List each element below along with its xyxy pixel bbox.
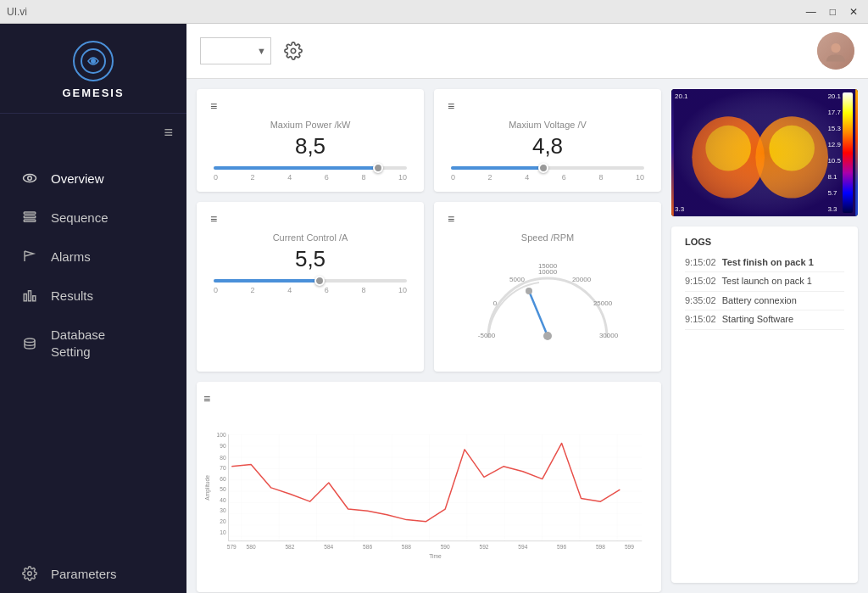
- log-time-3: 9:35:02: [685, 295, 716, 305]
- titlebar: UI.vi — □ ✕: [0, 0, 868, 24]
- max-voltage-slider[interactable]: 0246810: [448, 166, 648, 182]
- sidebar-item-parameters[interactable]: Parameters: [0, 554, 186, 593]
- svg-text:590: 590: [441, 544, 450, 550]
- svg-text:50: 50: [220, 486, 226, 492]
- main-content: Option 1 Option 2 ▼: [186, 24, 868, 593]
- sidebar-results-label: Results: [51, 288, 93, 303]
- svg-text:15000: 15000: [538, 262, 558, 270]
- card-menu-icon-3[interactable]: ≡: [210, 212, 217, 226]
- svg-rect-9: [33, 296, 36, 301]
- titlebar-title: UI.vi: [7, 6, 27, 18]
- max-voltage-label: Maxium Voltage /V: [448, 120, 648, 130]
- sidebar-logo: GEMESIS: [0, 24, 186, 114]
- max-voltage-card: ≡ Maxium Voltage /V 4,8 0246810: [434, 89, 661, 192]
- svg-rect-25: [229, 434, 643, 541]
- slider-thumb-3[interactable]: [314, 276, 325, 286]
- svg-text:10: 10: [220, 529, 226, 535]
- content-area: ≡ Maxium Power /kW 8,5 0246810: [186, 79, 868, 593]
- menu-toggle[interactable]: ≡: [0, 114, 186, 152]
- svg-text:580: 580: [247, 544, 256, 550]
- logs-card: LOGS 9:15:02 Test finish on pack 1 9:15:…: [671, 227, 858, 583]
- logs-content: 9:15:02 Test finish on pack 1 9:15:02 Te…: [685, 254, 844, 573]
- slider-ticks-2: 0246810: [451, 173, 644, 182]
- max-voltage-value: 4,8: [448, 133, 648, 159]
- logo-circle: [73, 41, 114, 81]
- svg-text:30: 30: [220, 507, 226, 513]
- svg-text:594: 594: [518, 544, 527, 550]
- thermal-temp-labels: 20.1 17.7 15.3 12.9 10.5 8.1 5.7 3.3: [827, 92, 841, 213]
- chart-header: ≡: [203, 392, 654, 406]
- hamburger-icon: ≡: [164, 124, 173, 142]
- current-control-slider[interactable]: 0246810: [210, 279, 410, 294]
- sidebar: GEMESIS ≡ Overview: [0, 24, 186, 593]
- sidebar-nav: Overview Sequence: [0, 152, 186, 372]
- card-menu-icon-4[interactable]: ≡: [448, 212, 454, 226]
- svg-text:-5000: -5000: [478, 332, 496, 339]
- card-menu-icon-5[interactable]: ≡: [203, 392, 210, 406]
- close-button[interactable]: ✕: [846, 6, 861, 18]
- window-controls: — □ ✕: [803, 6, 861, 18]
- thermal-colorbar: [843, 92, 853, 213]
- svg-point-13: [831, 43, 840, 53]
- log-entry-3: 9:35:02 Battery connexion: [685, 292, 844, 310]
- card-menu-icon-2[interactable]: ≡: [448, 99, 454, 113]
- thermal-image: 20.1 17.7 15.3 12.9 10.5 8.1 5.7 3.3 20.…: [671, 89, 858, 216]
- topbar: Option 1 Option 2 ▼: [186, 24, 868, 79]
- logs-title: LOGS: [685, 237, 844, 247]
- svg-text:592: 592: [479, 544, 488, 550]
- gear-button[interactable]: [280, 37, 307, 64]
- svg-point-12: [291, 48, 296, 53]
- max-voltage-header: ≡: [448, 99, 648, 113]
- svg-text:60: 60: [220, 476, 226, 482]
- log-time-1: 9:15:02: [685, 257, 716, 267]
- user-avatar[interactable]: [817, 32, 854, 70]
- flag-icon: [20, 249, 39, 264]
- current-control-label: Current Control /A: [210, 232, 410, 243]
- slider-fill-3: [214, 279, 320, 283]
- log-time-4: 9:15:02: [685, 314, 716, 324]
- svg-point-10: [25, 338, 35, 343]
- svg-point-11: [28, 572, 32, 576]
- svg-text:100: 100: [217, 432, 226, 438]
- thermal-image-card: 20.1 17.7 15.3 12.9 10.5 8.1 5.7 3.3 20.…: [671, 89, 858, 216]
- avatar-image: [817, 32, 854, 70]
- svg-point-3: [28, 176, 32, 181]
- svg-text:596: 596: [557, 544, 566, 550]
- parameters-gear-icon: [20, 566, 39, 581]
- speed-label: Speed /RPM: [448, 232, 648, 243]
- left-panel: ≡ Maxium Power /kW 8,5 0246810: [197, 89, 661, 583]
- minimize-button[interactable]: —: [803, 6, 820, 18]
- maximize-button[interactable]: □: [826, 6, 839, 18]
- svg-text:0: 0: [493, 299, 498, 307]
- sidebar-item-results[interactable]: Results: [0, 276, 186, 315]
- max-power-value: 8,5: [210, 133, 410, 159]
- svg-text:90: 90: [220, 443, 226, 449]
- topbar-dropdown-wrap: Option 1 Option 2 ▼: [200, 37, 271, 64]
- svg-text:40: 40: [220, 497, 226, 503]
- slider-track-3: [214, 279, 407, 283]
- svg-text:5000: 5000: [509, 276, 525, 283]
- sidebar-item-overview[interactable]: Overview: [0, 159, 186, 198]
- svg-rect-6: [24, 220, 36, 221]
- right-panel: 20.1 17.7 15.3 12.9 10.5 8.1 5.7 3.3 20.…: [671, 89, 858, 583]
- svg-text:599: 599: [625, 544, 634, 550]
- svg-text:70: 70: [220, 465, 226, 471]
- svg-rect-4: [24, 212, 36, 214]
- max-power-card: ≡ Maxium Power /kW 8,5 0246810: [197, 89, 424, 192]
- current-control-header: ≡: [210, 212, 410, 226]
- sidebar-item-sequence[interactable]: Sequence: [0, 198, 186, 237]
- sequence-icon: [20, 210, 39, 225]
- log-text-3: Battery connexion: [722, 295, 797, 305]
- svg-line-22: [529, 291, 548, 336]
- card-menu-icon[interactable]: ≡: [210, 99, 217, 113]
- topbar-dropdown[interactable]: Option 1 Option 2: [200, 37, 271, 64]
- log-time-2: 9:15:02: [685, 276, 716, 286]
- slider-ticks: 0246810: [214, 173, 407, 182]
- slider-fill: [214, 166, 378, 170]
- svg-text:20: 20: [220, 518, 226, 524]
- slider-thumb[interactable]: [373, 163, 383, 173]
- slider-thumb-2[interactable]: [538, 163, 548, 173]
- sidebar-item-database[interactable]: DatabaseSetting: [0, 315, 186, 372]
- sidebar-item-alarms[interactable]: Alarms: [0, 237, 186, 276]
- max-power-slider[interactable]: 0246810: [210, 166, 410, 182]
